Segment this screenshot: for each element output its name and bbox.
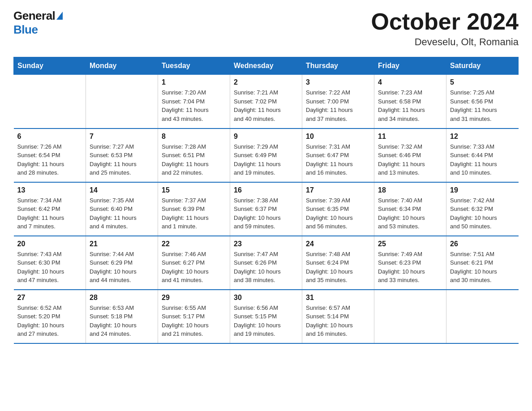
title-section: October 2024 Deveselu, Olt, Romania [371, 9, 519, 48]
day-info: Sunrise: 7:44 AM Sunset: 6:29 PM Dayligh… [90, 250, 154, 285]
logo-triangle-icon [56, 12, 63, 20]
calendar-cell [14, 75, 86, 128]
day-info: Sunrise: 6:55 AM Sunset: 5:17 PM Dayligh… [162, 304, 226, 338]
column-header-sunday: Sunday [14, 57, 86, 75]
day-info: Sunrise: 7:22 AM Sunset: 7:00 PM Dayligh… [306, 88, 370, 123]
column-header-tuesday: Tuesday [158, 57, 230, 75]
day-number: 1 [162, 78, 226, 86]
day-info: Sunrise: 7:37 AM Sunset: 6:39 PM Dayligh… [162, 196, 226, 231]
calendar-cell: 12Sunrise: 7:33 AM Sunset: 6:44 PM Dayli… [446, 128, 519, 182]
calendar-cell: 24Sunrise: 7:48 AM Sunset: 6:24 PM Dayli… [302, 236, 374, 290]
day-info: Sunrise: 7:48 AM Sunset: 6:24 PM Dayligh… [306, 250, 370, 285]
day-info: Sunrise: 7:20 AM Sunset: 7:04 PM Dayligh… [162, 88, 226, 123]
day-number: 5 [450, 78, 515, 86]
calendar-cell: 2Sunrise: 7:21 AM Sunset: 7:02 PM Daylig… [230, 75, 302, 128]
day-number: 6 [17, 133, 82, 141]
calendar-cell: 15Sunrise: 7:37 AM Sunset: 6:39 PM Dayli… [158, 182, 230, 236]
calendar-cell: 3Sunrise: 7:22 AM Sunset: 7:00 PM Daylig… [302, 75, 374, 128]
day-info: Sunrise: 7:47 AM Sunset: 6:26 PM Dayligh… [234, 250, 298, 285]
day-number: 8 [162, 133, 226, 141]
day-info: Sunrise: 7:21 AM Sunset: 7:02 PM Dayligh… [234, 88, 298, 123]
calendar-cell: 4Sunrise: 7:23 AM Sunset: 6:58 PM Daylig… [374, 75, 446, 128]
calendar-cell: 26Sunrise: 7:51 AM Sunset: 6:21 PM Dayli… [446, 236, 519, 290]
day-number: 2 [234, 78, 298, 86]
day-info: Sunrise: 7:43 AM Sunset: 6:30 PM Dayligh… [17, 250, 82, 285]
calendar-cell: 29Sunrise: 6:55 AM Sunset: 5:17 PM Dayli… [158, 290, 230, 343]
day-number: 19 [450, 186, 515, 194]
day-number: 13 [17, 186, 82, 194]
calendar-cell: 30Sunrise: 6:56 AM Sunset: 5:15 PM Dayli… [230, 290, 302, 343]
day-number: 30 [234, 294, 298, 302]
calendar-cell [446, 290, 519, 343]
calendar-cell: 8Sunrise: 7:28 AM Sunset: 6:51 PM Daylig… [158, 128, 230, 182]
column-header-thursday: Thursday [302, 57, 374, 75]
day-info: Sunrise: 7:27 AM Sunset: 6:53 PM Dayligh… [90, 142, 154, 177]
calendar-week-1: 1Sunrise: 7:20 AM Sunset: 7:04 PM Daylig… [14, 75, 519, 128]
location: Deveselu, Olt, Romania [371, 36, 519, 48]
day-number: 17 [306, 186, 370, 194]
day-number: 18 [378, 186, 442, 194]
calendar-cell: 6Sunrise: 7:26 AM Sunset: 6:54 PM Daylig… [14, 128, 86, 182]
calendar-cell: 14Sunrise: 7:35 AM Sunset: 6:40 PM Dayli… [86, 182, 158, 236]
day-number: 4 [378, 78, 442, 86]
calendar-week-4: 20Sunrise: 7:43 AM Sunset: 6:30 PM Dayli… [14, 236, 519, 290]
calendar-cell: 10Sunrise: 7:31 AM Sunset: 6:47 PM Dayli… [302, 128, 374, 182]
calendar-cell: 9Sunrise: 7:29 AM Sunset: 6:49 PM Daylig… [230, 128, 302, 182]
logo-blue-text: Blue [13, 23, 38, 37]
calendar-cell: 7Sunrise: 7:27 AM Sunset: 6:53 PM Daylig… [86, 128, 158, 182]
calendar-cell: 1Sunrise: 7:20 AM Sunset: 7:04 PM Daylig… [158, 75, 230, 128]
calendar-cell: 13Sunrise: 7:34 AM Sunset: 6:42 PM Dayli… [14, 182, 86, 236]
column-header-monday: Monday [86, 57, 158, 75]
day-info: Sunrise: 7:33 AM Sunset: 6:44 PM Dayligh… [450, 142, 515, 177]
day-info: Sunrise: 7:31 AM Sunset: 6:47 PM Dayligh… [306, 142, 370, 177]
day-number: 20 [17, 240, 82, 248]
day-number: 21 [90, 240, 154, 248]
day-number: 29 [162, 294, 226, 302]
month-title: October 2024 [371, 9, 519, 34]
day-number: 27 [17, 294, 82, 302]
calendar-cell [374, 290, 446, 343]
day-number: 12 [450, 133, 515, 141]
day-info: Sunrise: 7:39 AM Sunset: 6:35 PM Dayligh… [306, 196, 370, 231]
day-number: 3 [306, 78, 370, 86]
calendar-cell: 27Sunrise: 6:52 AM Sunset: 5:20 PM Dayli… [14, 290, 86, 343]
calendar-cell: 16Sunrise: 7:38 AM Sunset: 6:37 PM Dayli… [230, 182, 302, 236]
day-number: 7 [90, 133, 154, 141]
calendar-cell [86, 75, 158, 128]
logo-general-text: General [13, 9, 55, 23]
day-number: 23 [234, 240, 298, 248]
calendar-week-5: 27Sunrise: 6:52 AM Sunset: 5:20 PM Dayli… [14, 290, 519, 343]
day-info: Sunrise: 7:29 AM Sunset: 6:49 PM Dayligh… [234, 142, 298, 177]
calendar-cell: 11Sunrise: 7:32 AM Sunset: 6:46 PM Dayli… [374, 128, 446, 182]
day-number: 9 [234, 133, 298, 141]
day-info: Sunrise: 6:57 AM Sunset: 5:14 PM Dayligh… [306, 304, 370, 338]
day-info: Sunrise: 7:32 AM Sunset: 6:46 PM Dayligh… [378, 142, 442, 177]
calendar-week-3: 13Sunrise: 7:34 AM Sunset: 6:42 PM Dayli… [14, 182, 519, 236]
column-header-friday: Friday [374, 57, 446, 75]
calendar-week-2: 6Sunrise: 7:26 AM Sunset: 6:54 PM Daylig… [14, 128, 519, 182]
day-number: 26 [450, 240, 515, 248]
logo: General Blue [13, 9, 63, 37]
calendar-cell: 20Sunrise: 7:43 AM Sunset: 6:30 PM Dayli… [14, 236, 86, 290]
day-info: Sunrise: 7:38 AM Sunset: 6:37 PM Dayligh… [234, 196, 298, 231]
calendar-cell: 31Sunrise: 6:57 AM Sunset: 5:14 PM Dayli… [302, 290, 374, 343]
calendar-cell: 17Sunrise: 7:39 AM Sunset: 6:35 PM Dayli… [302, 182, 374, 236]
day-number: 24 [306, 240, 370, 248]
day-info: Sunrise: 6:53 AM Sunset: 5:18 PM Dayligh… [90, 304, 154, 338]
day-info: Sunrise: 7:34 AM Sunset: 6:42 PM Dayligh… [17, 196, 82, 231]
day-info: Sunrise: 7:51 AM Sunset: 6:21 PM Dayligh… [450, 250, 515, 285]
day-info: Sunrise: 7:46 AM Sunset: 6:27 PM Dayligh… [162, 250, 226, 285]
day-number: 22 [162, 240, 226, 248]
day-number: 15 [162, 186, 226, 194]
calendar-header: SundayMondayTuesdayWednesdayThursdayFrid… [14, 57, 519, 75]
day-number: 16 [234, 186, 298, 194]
calendar-cell: 28Sunrise: 6:53 AM Sunset: 5:18 PM Dayli… [86, 290, 158, 343]
calendar-cell: 5Sunrise: 7:25 AM Sunset: 6:56 PM Daylig… [446, 75, 519, 128]
day-info: Sunrise: 7:42 AM Sunset: 6:32 PM Dayligh… [450, 196, 515, 231]
day-number: 25 [378, 240, 442, 248]
day-info: Sunrise: 6:56 AM Sunset: 5:15 PM Dayligh… [234, 304, 298, 338]
day-number: 10 [306, 133, 370, 141]
calendar-cell: 18Sunrise: 7:40 AM Sunset: 6:34 PM Dayli… [374, 182, 446, 236]
day-info: Sunrise: 7:49 AM Sunset: 6:23 PM Dayligh… [378, 250, 442, 285]
calendar-table: SundayMondayTuesdayWednesdayThursdayFrid… [13, 57, 519, 344]
